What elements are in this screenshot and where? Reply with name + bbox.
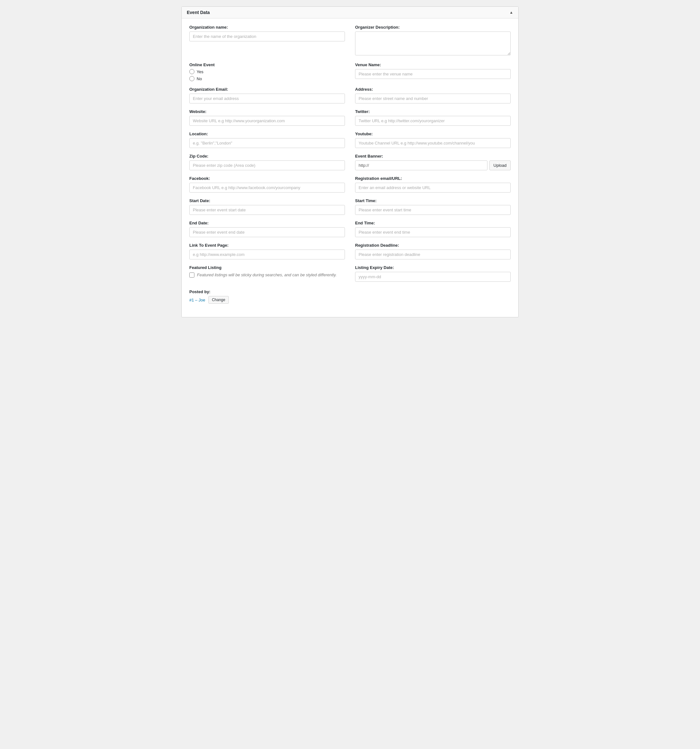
posted-by-label: Posted by:: [189, 289, 345, 294]
end-time-input[interactable]: [355, 227, 511, 237]
location-label: Location:: [189, 131, 345, 136]
start-time-input[interactable]: [355, 205, 511, 215]
registration-email-group: Registration email/URL:: [355, 176, 511, 193]
org-name-group: Organization name:: [189, 25, 345, 57]
end-date-label: End Date:: [189, 221, 345, 225]
featured-listing-description: Featured listings will be sticky during …: [197, 272, 337, 278]
organizer-desc-label: Organizer Description:: [355, 25, 511, 30]
online-event-label: Online Event: [189, 63, 345, 67]
end-time-label: End Time:: [355, 221, 511, 225]
form-grid: Organization name: Organizer Description…: [189, 25, 511, 309]
posted-by-change-button[interactable]: Change: [208, 296, 229, 304]
online-event-radio-group: Yes No: [189, 69, 345, 81]
event-banner-upload-button[interactable]: Upload: [490, 160, 511, 170]
facebook-label: Facebook:: [189, 176, 345, 181]
organizer-desc-group: Organizer Description:: [355, 25, 511, 57]
featured-listing-group: Featured Listing Featured listings will …: [189, 265, 345, 282]
org-email-label: Organization Email:: [189, 87, 345, 92]
online-event-group: Online Event Yes No: [189, 63, 345, 81]
start-date-input[interactable]: [189, 205, 345, 215]
start-time-group: Start Time:: [355, 198, 511, 215]
online-event-yes-option[interactable]: Yes: [189, 69, 345, 74]
address-group: Address:: [355, 87, 511, 104]
panel-header: Event Data ▲: [181, 7, 519, 18]
listing-expiry-group: Listing Expiry Date:: [355, 265, 511, 282]
start-time-label: Start Time:: [355, 198, 511, 203]
end-date-input[interactable]: [189, 227, 345, 237]
zip-code-input[interactable]: [189, 160, 345, 170]
event-banner-label: Event Banner:: [355, 154, 511, 159]
youtube-input[interactable]: [355, 138, 511, 148]
listing-expiry-label: Listing Expiry Date:: [355, 265, 511, 270]
zip-code-group: Zip Code:: [189, 154, 345, 170]
org-email-input[interactable]: [189, 93, 345, 104]
online-event-no-option[interactable]: No: [189, 76, 345, 81]
website-input[interactable]: [189, 116, 345, 126]
registration-email-input[interactable]: [355, 183, 511, 193]
twitter-input[interactable]: [355, 116, 511, 126]
online-event-no-radio[interactable]: [189, 76, 194, 81]
featured-listing-checkbox-group: Featured listings will be sticky during …: [189, 272, 345, 278]
location-input[interactable]: [189, 138, 345, 148]
venue-name-group: Venue Name:: [355, 63, 511, 81]
org-name-label: Organization name:: [189, 25, 345, 30]
zip-code-label: Zip Code:: [189, 154, 345, 159]
online-event-yes-radio[interactable]: [189, 69, 194, 74]
registration-deadline-group: Registration Deadline:: [355, 243, 511, 260]
org-email-group: Organization Email:: [189, 87, 345, 104]
featured-listing-checkbox[interactable]: [189, 272, 194, 278]
listing-expiry-input[interactable]: [355, 272, 511, 282]
link-to-event-group: Link To Event Page:: [189, 243, 345, 260]
link-to-event-input[interactable]: [189, 249, 345, 260]
youtube-label: Youtube:: [355, 131, 511, 136]
online-event-no-label: No: [197, 76, 202, 81]
registration-email-label: Registration email/URL:: [355, 176, 511, 181]
address-label: Address:: [355, 87, 511, 92]
website-label: Website:: [189, 109, 345, 114]
featured-listing-label: Featured Listing: [189, 265, 345, 270]
end-time-group: End Time:: [355, 221, 511, 237]
panel-body: Organization name: Organizer Description…: [181, 18, 519, 317]
facebook-group: Facebook:: [189, 176, 345, 193]
link-to-event-label: Link To Event Page:: [189, 243, 345, 248]
location-group: Location:: [189, 131, 345, 148]
start-date-label: Start Date:: [189, 198, 345, 203]
venue-name-input[interactable]: [355, 69, 511, 79]
panel-title: Event Data: [187, 10, 210, 15]
posted-by-value-row: #1 – Joe Change: [189, 296, 345, 304]
event-banner-input-group: Upload: [355, 160, 511, 170]
event-data-panel: Event Data ▲ Organization name: Organize…: [181, 6, 519, 317]
panel-toggle-icon[interactable]: ▲: [509, 10, 513, 15]
start-date-group: Start Date:: [189, 198, 345, 215]
website-group: Website:: [189, 109, 345, 126]
twitter-label: Twitter:: [355, 109, 511, 114]
twitter-group: Twitter:: [355, 109, 511, 126]
end-date-group: End Date:: [189, 221, 345, 237]
posted-by-group: Posted by: #1 – Joe Change: [189, 289, 345, 304]
registration-deadline-input[interactable]: [355, 249, 511, 260]
event-banner-input[interactable]: [355, 160, 488, 170]
facebook-input[interactable]: [189, 183, 345, 193]
venue-name-label: Venue Name:: [355, 63, 511, 67]
org-name-input[interactable]: [189, 32, 345, 41]
online-event-yes-label: Yes: [197, 69, 203, 74]
posted-by-user-link[interactable]: #1 – Joe: [189, 298, 205, 303]
event-banner-group: Event Banner: Upload: [355, 154, 511, 170]
youtube-group: Youtube:: [355, 131, 511, 148]
address-input[interactable]: [355, 93, 511, 104]
registration-deadline-label: Registration Deadline:: [355, 243, 511, 248]
organizer-desc-textarea[interactable]: [355, 32, 511, 55]
